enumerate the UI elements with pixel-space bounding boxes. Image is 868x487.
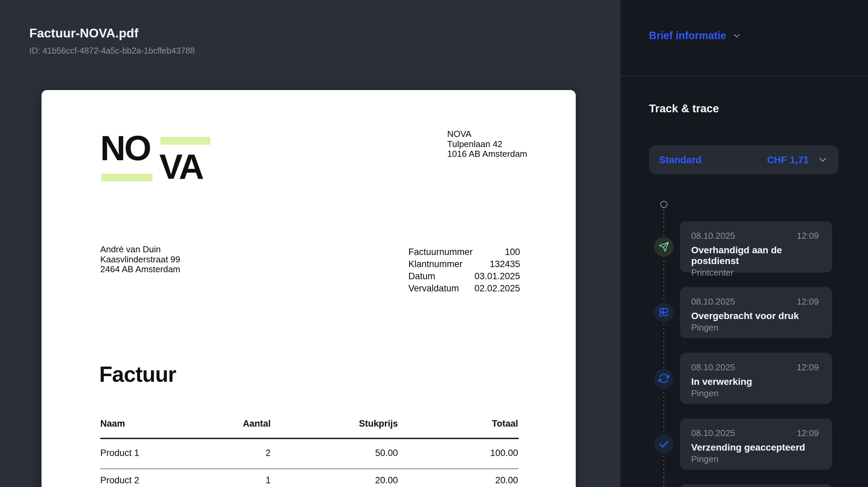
cell-total: 20.00 xyxy=(398,475,518,486)
card-meta: 08.10.2025 12:09 xyxy=(691,362,819,373)
timeline-card: 08.10.2025 12:09 In verwerking Pingen xyxy=(680,353,832,404)
invoice-heading: Factuur xyxy=(99,364,176,385)
event-title: Verzending geaccepteerd xyxy=(691,442,819,453)
meta-value: 132435 xyxy=(490,258,520,270)
invoice-table: Naam Aantal Stukprijs Totaal Product 1 2… xyxy=(100,414,519,487)
event-title: In verwerking xyxy=(691,376,819,387)
sender-line: Tulpenlaan 42 xyxy=(447,139,527,149)
recipient-line: 2464 AB Amsterdam xyxy=(100,264,180,275)
meta-row: Klantnummer 132435 xyxy=(408,258,520,270)
track-trace-sidebar: Brief informatie Track & trace Standard … xyxy=(620,0,868,487)
shipping-price: CHF 1,71 xyxy=(767,154,809,166)
document-viewer-panel: Factuur-NOVA.pdf ID: 41b56ccf-4872-4a5c-… xyxy=(0,0,620,487)
recipient-address: André van Duin Kaasvlinderstraat 99 2464… xyxy=(100,245,180,275)
meta-row: Vervaldatum 02.02.2025 xyxy=(408,282,520,294)
column-header: Aantal xyxy=(204,419,271,429)
timeline-card: 08.10.2025 12:09 Verzending geaccepteerd… xyxy=(680,419,832,470)
column-header: Stukprijs xyxy=(271,419,398,429)
meta-label: Factuurnummer xyxy=(408,246,473,258)
sidebar-header: Brief informatie xyxy=(620,0,868,76)
recipient-line: Kaasvlinderstraat 99 xyxy=(100,255,180,265)
meta-label: Vervaldatum xyxy=(408,282,459,294)
meta-value: 100 xyxy=(505,246,520,258)
cell-name: Product 1 xyxy=(100,448,204,458)
event-date: 08.10.2025 xyxy=(691,231,735,241)
table-header-row: Naam Aantal Stukprijs Totaal xyxy=(100,414,519,439)
print-roll-icon xyxy=(654,303,674,322)
event-location: Pingen xyxy=(691,388,819,399)
meta-label: Datum xyxy=(408,270,435,282)
sender-address: NOVA Tulpenlaan 42 1016 AB Amsterdam xyxy=(447,129,527,159)
event-location: Pingen xyxy=(691,322,819,333)
event-time: 12:09 xyxy=(797,296,819,307)
sender-line: NOVA xyxy=(447,129,527,139)
meta-value: 02.02.2025 xyxy=(474,282,520,294)
invoice-meta: Factuurnummer 100 Klantnummer 132435 Dat… xyxy=(408,246,520,294)
cell-qty: 1 xyxy=(204,475,271,486)
table-row: Product 2 1 20.00 20.00 xyxy=(100,469,519,487)
logo-bar-top xyxy=(160,137,210,145)
event-time: 12:09 xyxy=(797,428,819,438)
column-header: Naam xyxy=(100,419,204,429)
event-date: 08.10.2025 xyxy=(691,296,735,307)
logo-text-va: VA xyxy=(159,149,203,184)
event-time: 12:09 xyxy=(797,362,819,373)
table-row: Product 1 2 50.00 100.00 xyxy=(100,439,519,469)
cell-qty: 2 xyxy=(204,448,271,458)
shipping-option-label: Standard xyxy=(659,154,702,166)
event-time: 12:09 xyxy=(797,231,819,241)
timeline-card-partial xyxy=(680,484,832,487)
event-date: 08.10.2025 xyxy=(691,428,735,438)
timeline-card: 08.10.2025 12:09 Overhandigd aan de post… xyxy=(680,221,832,273)
timeline-start-pin-icon xyxy=(658,199,670,211)
timeline-card: 08.10.2025 12:09 Overgebracht voor druk … xyxy=(680,287,832,338)
event-title: Overhandigd aan de postdienst xyxy=(691,245,819,266)
card-meta: 08.10.2025 12:09 xyxy=(691,231,819,241)
event-location: Pingen xyxy=(691,454,819,464)
meta-row: Factuurnummer 100 xyxy=(408,246,520,258)
sender-line: 1016 AB Amsterdam xyxy=(447,149,527,159)
brief-informatie-dropdown[interactable]: Brief informatie xyxy=(649,30,742,42)
card-meta: 08.10.2025 12:09 xyxy=(691,296,819,307)
logo-bar-bottom xyxy=(101,174,153,181)
cell-name: Product 2 xyxy=(100,475,204,486)
brief-informatie-label: Brief informatie xyxy=(649,30,726,42)
cell-total: 100.00 xyxy=(398,448,518,458)
event-location: Printcenter xyxy=(691,267,819,278)
shipping-method-select[interactable]: Standard CHF 1,71 xyxy=(649,145,839,174)
event-date: 08.10.2025 xyxy=(691,362,735,373)
meta-label: Klantnummer xyxy=(408,258,463,270)
app-root: Factuur-NOVA.pdf ID: 41b56ccf-4872-4a5c-… xyxy=(0,0,868,487)
sync-icon xyxy=(654,369,674,388)
pdf-page: NO VA NOVA Tulpenlaan 42 1016 AB Amsterd… xyxy=(42,90,576,487)
meta-value: 03.01.2025 xyxy=(474,270,520,282)
recipient-line: André van Duin xyxy=(100,245,180,255)
chevron-down-icon xyxy=(732,31,742,41)
cell-unit-price: 50.00 xyxy=(271,448,398,458)
meta-row: Datum 03.01.2025 xyxy=(408,270,520,282)
card-meta: 08.10.2025 12:09 xyxy=(691,428,819,438)
check-icon xyxy=(654,434,674,454)
chevron-down-icon xyxy=(817,154,829,166)
event-title: Overgebracht voor druk xyxy=(691,311,819,321)
file-title: Factuur-NOVA.pdf xyxy=(29,26,138,40)
send-icon xyxy=(654,237,674,257)
document-id: ID: 41b56ccf-4872-4a5c-bb2a-1bcffeb43788 xyxy=(29,46,195,56)
column-header: Totaal xyxy=(398,419,518,429)
cell-unit-price: 20.00 xyxy=(271,475,398,486)
section-title: Track & trace xyxy=(649,102,719,115)
logo-text-no: NO xyxy=(100,131,150,166)
